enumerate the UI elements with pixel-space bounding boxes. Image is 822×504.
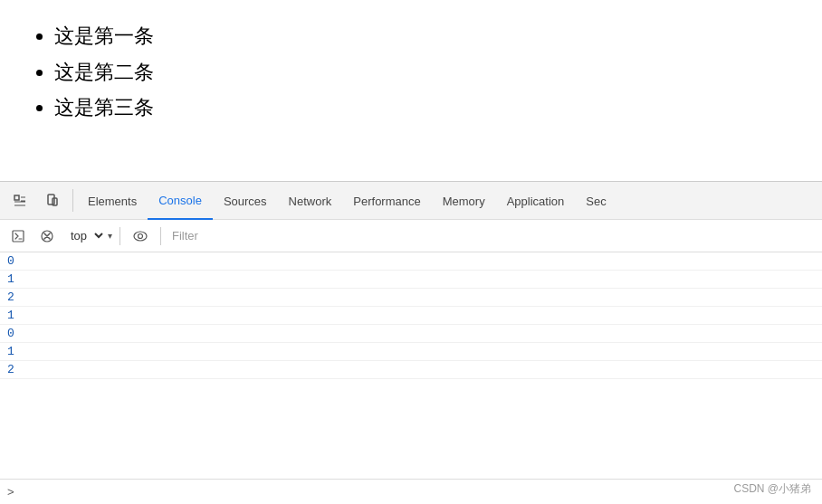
console-line-5: 1 [0, 343, 822, 361]
tab-security[interactable]: Sec [575, 182, 616, 220]
console-input[interactable] [20, 485, 815, 499]
console-line-2: 2 [0, 289, 822, 307]
list-item-2: 这是第二条 [54, 54, 795, 90]
svg-point-5 [134, 232, 147, 241]
console-line-0: 0 [0, 252, 822, 271]
inspect-element-button[interactable] [4, 182, 36, 220]
tab-application[interactable]: Application [496, 182, 576, 220]
devtools-toolbar: Elements Console Sources Network Perform… [0, 182, 822, 220]
list-item-3: 这是第三条 [54, 90, 795, 126]
console-line-1: 1 [0, 271, 822, 289]
filter-input[interactable] [168, 227, 817, 244]
tab-console[interactable]: Console [148, 182, 213, 220]
console-line-3: 1 [0, 307, 822, 325]
console-toolbar: top ▾ [0, 220, 822, 252]
console-divider-1 [119, 227, 120, 245]
console-prompt: > [7, 485, 14, 499]
console-line-6: 2 [0, 361, 822, 379]
tab-sources[interactable]: Sources [213, 182, 278, 220]
svg-point-6 [139, 233, 143, 238]
svg-rect-1 [48, 195, 54, 204]
clear-console-button[interactable] [34, 223, 60, 249]
page-list: 这是第一条 这是第二条 这是第三条 [27, 18, 795, 126]
toolbar-divider-1 [72, 189, 73, 212]
tab-memory[interactable]: Memory [432, 182, 496, 220]
eye-icon-button[interactable] [128, 223, 153, 249]
list-item-1: 这是第一条 [54, 18, 795, 54]
device-toggle-button[interactable] [36, 182, 69, 220]
context-select[interactable]: top [63, 226, 106, 245]
console-divider-2 [160, 227, 161, 245]
chevron-down-icon: ▾ [108, 231, 112, 241]
console-output: 0 1 2 1 0 1 2 [0, 252, 822, 479]
tab-elements[interactable]: Elements [77, 182, 148, 220]
tab-performance[interactable]: Performance [342, 182, 431, 220]
tab-network[interactable]: Network [278, 182, 343, 220]
svg-rect-0 [14, 195, 19, 200]
console-input-area: > [0, 479, 822, 504]
console-line-4: 0 [0, 325, 822, 343]
browser-page: 这是第一条 这是第二条 这是第三条 [0, 0, 822, 181]
watermark: CSDN @小猪弟 [733, 481, 811, 497]
context-select-wrapper[interactable]: top ▾ [63, 226, 112, 245]
devtools-panel: Elements Console Sources Network Perform… [0, 181, 822, 504]
execute-script-button[interactable] [5, 223, 31, 249]
